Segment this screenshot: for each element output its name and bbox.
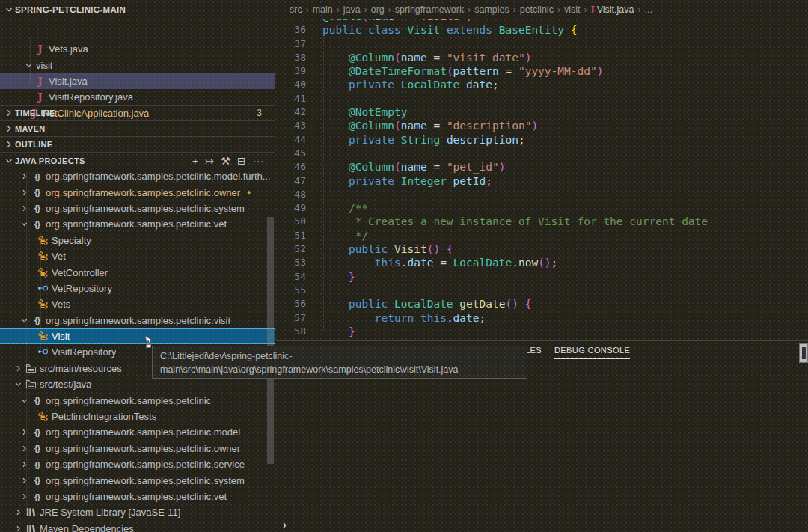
code-line-47[interactable]: 47 private Integer petId; [276, 174, 808, 188]
code-line-42[interactable]: 42 @NotEmpty [276, 106, 808, 119]
breadcrumb-item-visit[interactable]: visit [564, 4, 581, 15]
explorer-file-visitrepository-java[interactable]: JVisitRepository.java [0, 89, 275, 105]
tree-item-petclinicintegrationtests[interactable]: PetclinicIntegrationTests [0, 409, 275, 424]
code-line-55[interactable]: 55 [276, 284, 808, 297]
tree-item-org-springframework-samples-petclinic-owner[interactable]: {}org.springframework.samples.petclinic.… [0, 184, 275, 200]
line-number: 41 [276, 92, 306, 106]
tree-item-jre-system-library-javase-11-[interactable]: JRE System Library [JavaSE-11] [0, 504, 275, 520]
tree-item-vetrepository[interactable]: VetRepository [0, 281, 275, 296]
tree-item-org-springframework-samples-petclinic-owner[interactable]: {}org.springframework.samples.petclinic.… [0, 441, 275, 456]
tree-item-org-springframework-samples-petclinic-model[interactable]: {}org.springframework.samples.petclinic.… [0, 424, 275, 440]
tree-item-vetcontroller[interactable]: VetController [0, 264, 275, 280]
code-line-58[interactable]: 58 } [276, 325, 808, 338]
chevron-down-icon[interactable] [18, 219, 30, 229]
code-line-37[interactable]: 37 [276, 37, 808, 51]
chevron-right-icon[interactable] [18, 204, 30, 213]
chevron-right-icon[interactable] [18, 476, 30, 486]
explorer-file-visit-java[interactable]: JVisit.java [0, 73, 275, 89]
breadcrumb-separator-icon: › [306, 4, 309, 15]
tree-item-org-springframework-samples-petclinic-vet[interactable]: {}org.springframework.samples.petclinic.… [0, 489, 275, 504]
tree-item-specialty[interactable]: Specialty [0, 233, 275, 248]
code-line-50[interactable]: 50 * Creates a new instance of Visit for… [276, 215, 808, 228]
debug-console-input[interactable]: › [276, 516, 808, 532]
more-actions-icon[interactable]: ··· [253, 155, 264, 167]
chevron-down-icon[interactable] [12, 379, 24, 389]
code-line-40[interactable]: 40 private LocalDate date; [276, 78, 808, 91]
chevron-down-icon[interactable] [18, 396, 30, 406]
breadcrumb-item-src[interactable]: src [290, 4, 302, 15]
explorer-file-visit[interactable]: visit [0, 57, 275, 73]
tree-item-org-springframework-samples-petclinic-service[interactable]: {}org.springframework.samples.petclinic.… [0, 456, 275, 472]
code-line-43[interactable]: 43 @Column(name = "description") [276, 119, 808, 132]
code-line-39[interactable]: 39 @DateTimeFormat(pattern = "yyyy-MM-dd… [276, 64, 808, 78]
tree-item-org-springframework-samples-petclinic-vet[interactable]: {}org.springframework.samples.petclinic.… [0, 216, 275, 232]
breadcrumb-item-springframework[interactable]: springframework [395, 4, 464, 15]
code-line-44[interactable]: 44 private String description; [276, 133, 808, 147]
code-line-52[interactable]: 52 public Visit() { [276, 242, 808, 256]
code-line-49[interactable]: 49 /** [276, 201, 808, 215]
explorer-file-vets-java[interactable]: JVets.java [0, 41, 275, 57]
code-text: /** [306, 201, 368, 215]
chevron-right-icon[interactable] [18, 444, 30, 453]
chevron-down-icon[interactable] [22, 61, 34, 70]
breadcrumb-item-symbol[interactable]: ... [644, 4, 652, 15]
code-line-45[interactable]: 45 [276, 147, 808, 160]
chevron-right-icon[interactable] [18, 188, 30, 198]
breadcrumb-item-java[interactable]: java [343, 4, 361, 15]
code-line-54[interactable]: 54 } [276, 270, 808, 284]
tree-item-org-springframework-samples-petclinic[interactable]: {}org.springframework.samples.petclinic [0, 392, 275, 408]
tooltip-line-1: C:\Littlejedi\dev\spring-petclinic- [160, 349, 519, 363]
code-line-36[interactable]: 36public class Visit extends BaseEntity … [276, 23, 808, 37]
new-project-icon[interactable]: + [192, 155, 198, 167]
panel-tab-debug-console[interactable]: DEBUG CONSOLE [554, 346, 630, 359]
tree-item-label: org.springframework.samples.petclinic [44, 395, 211, 406]
code-line-56[interactable]: 56 public LocalDate getDate() { [276, 297, 808, 311]
breadcrumb-item-petclinic[interactable]: petclinic [520, 4, 554, 15]
code-line-38[interactable]: 38 @Column(name = "visit_date") [276, 51, 808, 64]
code-lines[interactable]: 35@Table(name = "visits")36public class … [276, 10, 808, 338]
tree-item-maven-dependencies[interactable]: Maven Dependencies [0, 521, 275, 532]
panel-clipped-control[interactable] [799, 343, 808, 363]
breadcrumb[interactable]: src›main›java›org›springframework›sample… [276, 0, 808, 19]
maven-section-header[interactable]: MAVEN [0, 120, 275, 136]
tree-item-org-springframework-samples-petclinic-system[interactable]: {}org.springframework.samples.petclinic.… [0, 472, 275, 488]
breadcrumb-separator-icon: › [364, 4, 367, 15]
code-line-46[interactable]: 46 @Column(name = "pet_id") [276, 160, 808, 174]
explorer-section-header[interactable]: SPRING-PETCLINIC-MAIN [0, 0, 275, 19]
file-label: Vets.java [47, 43, 88, 55]
chevron-right-icon[interactable] [18, 492, 30, 501]
code-line-51[interactable]: 51 */ [276, 229, 808, 242]
tree-item-org-springframework-samples-petclinic-system[interactable]: {}org.springframework.samples.petclinic.… [0, 201, 275, 216]
code-line-53[interactable]: 53 this.date = LocalDate.now(); [276, 256, 808, 269]
goto-symbol-icon[interactable]: ↦ [205, 155, 214, 167]
code-line-41[interactable]: 41 [276, 92, 808, 106]
chevron-right-icon[interactable] [12, 524, 24, 532]
timeline-section-header[interactable]: TIMELINE [0, 105, 275, 120]
tree-item-label: JRE System Library [JavaSE-11] [38, 507, 180, 518]
code-line-48[interactable]: 48 [276, 188, 808, 201]
breadcrumb-item-org[interactable]: org [371, 4, 385, 15]
chevron-down-icon[interactable] [18, 316, 30, 325]
panel-tab-partial[interactable]: LES [525, 346, 542, 355]
breadcrumb-item-file[interactable]: Visit.java [597, 4, 634, 15]
java-projects-section-header[interactable]: JAVA PROJECTS +↦⚒⊟··· [0, 152, 275, 168]
collapse-all-icon[interactable]: ⊟ [237, 155, 246, 167]
chevron-right-icon[interactable] [18, 427, 30, 437]
breadcrumb-item-main[interactable]: main [313, 4, 333, 15]
tree-item-vets[interactable]: Vets [0, 296, 275, 312]
chevron-right-icon[interactable] [18, 459, 30, 469]
breadcrumb-item-samples[interactable]: samples [474, 4, 509, 15]
tree-item-src-test-java[interactable]: src/test/java [0, 376, 275, 392]
build-workspace-icon[interactable]: ⚒ [221, 155, 230, 167]
chevron-right-icon[interactable] [12, 364, 24, 373]
tree-item-visit[interactable]: Visit [0, 328, 275, 344]
tree-item-org-springframework-samples-petclinic-visit[interactable]: {}org.springframework.samples.petclinic.… [0, 313, 275, 328]
tree-item-org-springframework-samples-petclinic-model-furth-[interactable]: {}org.springframework.samples.petclinic.… [0, 168, 275, 184]
tree-item-vet[interactable]: Vet [0, 248, 275, 264]
tree-item-label: org.springframework.samples.petclinic.ve… [44, 491, 227, 502]
sidebar-scrollbar[interactable] [267, 217, 274, 464]
chevron-right-icon[interactable] [18, 171, 30, 181]
chevron-right-icon[interactable] [12, 507, 24, 517]
outline-section-header[interactable]: OUTLINE [0, 136, 275, 152]
code-line-57[interactable]: 57 return this.date; [276, 311, 808, 325]
